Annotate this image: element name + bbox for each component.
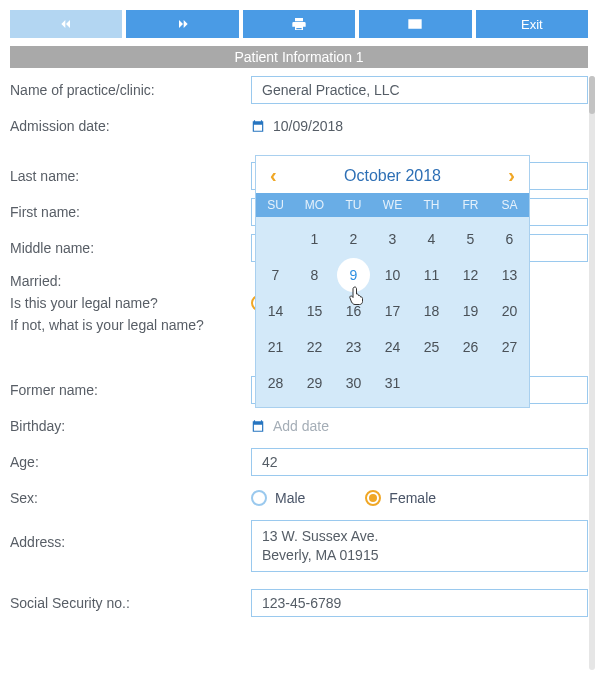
calendar-dow-cell: SU [256, 198, 295, 212]
prev-button [10, 10, 122, 38]
label-lastname: Last name: [10, 168, 245, 184]
calendar-dow-cell: FR [451, 198, 490, 212]
calendar-day-20[interactable]: 20 [493, 294, 526, 328]
calendar-day-22[interactable]: 22 [298, 330, 331, 364]
calendar-day-24[interactable]: 24 [376, 330, 409, 364]
calendar-day-9[interactable]: 9 [337, 258, 370, 292]
calendar-dow-cell: TH [412, 198, 451, 212]
calendar-popup: ‹ October 2018 › SUMOTUWETHFRSA 12345678… [255, 155, 530, 408]
calendar-day-2[interactable]: 2 [337, 222, 370, 256]
chevron-double-left-icon [58, 16, 74, 32]
label-admission: Admission date: [10, 118, 245, 134]
print-button[interactable] [243, 10, 355, 38]
calendar-day-25[interactable]: 25 [415, 330, 448, 364]
label-firstname: First name: [10, 204, 245, 220]
calendar-day-10[interactable]: 10 [376, 258, 409, 292]
calendar-dow-cell: WE [373, 198, 412, 212]
sex-male-label: Male [275, 490, 305, 506]
admission-date-field[interactable]: 10/09/2018 [251, 112, 588, 140]
label-birthday: Birthday: [10, 418, 245, 434]
calendar-day-15[interactable]: 15 [298, 294, 331, 328]
label-address: Address: [10, 520, 245, 550]
calendar-day-1[interactable]: 1 [298, 222, 331, 256]
calendar-month-label[interactable]: October 2018 [344, 167, 441, 185]
label-middlename: Middle name: [10, 240, 245, 256]
calendar-day-6[interactable]: 6 [493, 222, 526, 256]
label-sex: Sex: [10, 490, 245, 506]
envelope-icon [407, 16, 423, 32]
label-married: Married: [10, 272, 245, 290]
calendar-blank-cell [259, 222, 292, 256]
calendar-day-16[interactable]: 16 [337, 294, 370, 328]
calendar-next-month[interactable]: › [504, 164, 519, 187]
calendar-day-13[interactable]: 13 [493, 258, 526, 292]
calendar-day-19[interactable]: 19 [454, 294, 487, 328]
ssn-input[interactable] [251, 589, 588, 617]
label-legal: Is this your legal name? [10, 294, 245, 312]
printer-icon [291, 16, 307, 32]
calendar-day-23[interactable]: 23 [337, 330, 370, 364]
address-input[interactable] [251, 520, 588, 572]
label-age: Age: [10, 454, 245, 470]
sex-radio-group: Male Female [251, 484, 588, 512]
calendar-day-26[interactable]: 26 [454, 330, 487, 364]
calendar-day-8[interactable]: 8 [298, 258, 331, 292]
calendar-icon [251, 419, 265, 433]
calendar-day-4[interactable]: 4 [415, 222, 448, 256]
calendar-day-18[interactable]: 18 [415, 294, 448, 328]
calendar-dow-cell: TU [334, 198, 373, 212]
calendar-dow-cell: MO [295, 198, 334, 212]
calendar-day-21[interactable]: 21 [259, 330, 292, 364]
age-input[interactable] [251, 448, 588, 476]
label-ifnot: If not, what is your legal name? [10, 316, 245, 334]
calendar-day-28[interactable]: 28 [259, 366, 292, 400]
next-button[interactable] [126, 10, 238, 38]
toolbar: Exit [0, 0, 598, 46]
birthday-placeholder: Add date [273, 418, 329, 434]
exit-button[interactable]: Exit [476, 10, 588, 38]
sex-female-label: Female [389, 490, 436, 506]
email-button[interactable] [359, 10, 471, 38]
chevron-double-right-icon [175, 16, 191, 32]
calendar-grid: 1234567891011121314151617181920212223242… [256, 217, 529, 407]
calendar-icon [251, 119, 265, 133]
admission-date-text: 10/09/2018 [273, 118, 343, 134]
scrollbar[interactable] [589, 76, 595, 670]
section-header: Patient Information 1 [10, 46, 588, 68]
calendar-day-14[interactable]: 14 [259, 294, 292, 328]
calendar-day-11[interactable]: 11 [415, 258, 448, 292]
calendar-dow-cell: SA [490, 198, 529, 212]
scrollbar-thumb[interactable] [589, 76, 595, 114]
calendar-dow-row: SUMOTUWETHFRSA [256, 193, 529, 217]
sex-radio-female[interactable]: Female [365, 490, 436, 506]
label-practice: Name of practice/clinic: [10, 82, 245, 98]
calendar-day-7[interactable]: 7 [259, 258, 292, 292]
calendar-day-31[interactable]: 31 [376, 366, 409, 400]
label-ssn: Social Security no.: [10, 595, 245, 611]
calendar-day-30[interactable]: 30 [337, 366, 370, 400]
label-former: Former name: [10, 382, 245, 398]
practice-input[interactable] [251, 76, 588, 104]
calendar-day-17[interactable]: 17 [376, 294, 409, 328]
calendar-day-5[interactable]: 5 [454, 222, 487, 256]
sex-radio-male[interactable]: Male [251, 490, 305, 506]
calendar-day-27[interactable]: 27 [493, 330, 526, 364]
calendar-day-29[interactable]: 29 [298, 366, 331, 400]
birthday-date-field[interactable]: Add date [251, 412, 588, 440]
calendar-day-3[interactable]: 3 [376, 222, 409, 256]
calendar-prev-month[interactable]: ‹ [266, 164, 281, 187]
calendar-day-12[interactable]: 12 [454, 258, 487, 292]
